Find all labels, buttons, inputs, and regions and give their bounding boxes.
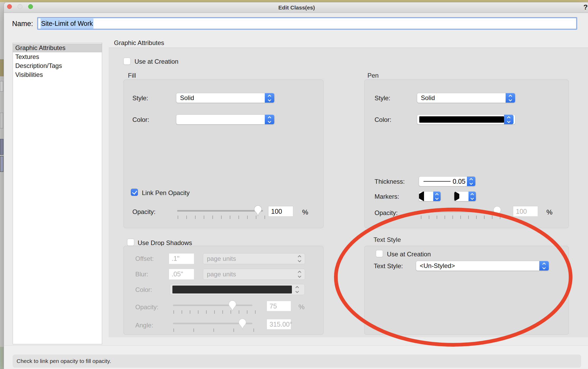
text-style-use-at-creation-checkbox[interactable]: [376, 250, 383, 257]
marker-end-arrow-icon: [454, 194, 469, 199]
pen-opacity-slider-thumb: [493, 206, 501, 217]
shadow-offset-input: .1": [169, 253, 194, 264]
background-tool-palette: [0, 2, 4, 369]
help-icon[interactable]: ?: [584, 4, 588, 12]
palette-fragment: [0, 156, 3, 172]
pen-style-value: Solid: [417, 93, 506, 103]
marker-start-combo[interactable]: [419, 191, 441, 201]
panel-title: Graphic Attributes: [114, 39, 164, 47]
pen-thickness-combo[interactable]: 0.05: [419, 176, 476, 186]
fill-style-value: Solid: [176, 93, 265, 103]
pen-color-popup[interactable]: [417, 114, 515, 124]
fill-opacity-slider-thumb[interactable]: [254, 205, 262, 216]
stepper-icon[interactable]: [265, 93, 274, 103]
name-input[interactable]: Site-Limit of Work: [37, 17, 577, 30]
shadow-opacity-label: Opacity:: [135, 303, 158, 311]
marker-end-combo[interactable]: [454, 191, 476, 201]
fill-group-title: Fill: [128, 72, 136, 79]
stepper-icon[interactable]: [506, 93, 515, 103]
fill-style-popup[interactable]: Solid: [176, 93, 275, 103]
sidebar-item-description-tags[interactable]: Description/Tags: [13, 61, 102, 70]
palette-fragment: [0, 81, 3, 92]
slider-ticks: [421, 216, 500, 219]
shadow-offset-label: Offset:: [135, 255, 154, 262]
shadow-blur-units-popup: page units: [203, 269, 305, 280]
text-style-popup[interactable]: <Un-Styled>: [416, 261, 549, 271]
use-at-creation-label: Use at Creation: [134, 58, 178, 65]
pen-thickness-value: 0.05: [453, 178, 466, 185]
use-at-creation-checkbox[interactable]: [123, 58, 131, 65]
shadow-opacity-slider: [173, 305, 252, 306]
pen-style-popup[interactable]: Solid: [417, 93, 515, 103]
palette-fragment: [0, 347, 4, 369]
pen-color-label: Color:: [375, 116, 391, 123]
pen-opacity-label: Opacity:: [375, 209, 398, 217]
line-thickness-sample: [423, 181, 451, 182]
window-title: Edit Class(es): [4, 2, 588, 13]
shadow-blur-input: .05": [169, 269, 194, 280]
shadow-color-popup: [170, 284, 305, 295]
fill-color-popup[interactable]: [176, 114, 275, 124]
fill-opacity-label: Opacity:: [132, 208, 156, 216]
edit-classes-dialog: Edit Class(es) ? Name: Site-Limit of Wor…: [4, 2, 588, 369]
shadow-color-swatch: [172, 286, 292, 293]
fill-style-label: Style:: [132, 94, 148, 102]
shadow-opacity-percent: %: [298, 303, 305, 311]
pen-opacity-input: 100: [513, 206, 538, 217]
use-drop-shadows-checkbox[interactable]: [127, 239, 134, 246]
pen-group-title: Pen: [367, 72, 379, 79]
category-list[interactable]: Graphic Attributes Textures Description/…: [13, 43, 102, 344]
text-style-label: Text Style:: [374, 262, 403, 270]
palette-fragment: [0, 59, 4, 76]
text-style-group-box: [364, 246, 569, 335]
slider-ticks: [178, 216, 265, 219]
shadow-opacity-slider-thumb: [228, 300, 236, 311]
shadow-blur-label: Blur:: [135, 271, 148, 278]
title-bar[interactable]: Edit Class(es) ?: [4, 2, 588, 13]
palette-fragment: [0, 139, 3, 155]
stepper-icon: [292, 284, 302, 295]
shadow-offset-units-value: page units: [203, 254, 294, 263]
slider-ticks: [173, 310, 256, 314]
sidebar-item-graphic-attributes[interactable]: Graphic Attributes: [13, 43, 102, 52]
stepper-icon: [294, 253, 305, 264]
shadow-angle-slider-thumb: [238, 318, 246, 330]
text-style-group-title: Text Style: [373, 236, 401, 243]
link-pen-opacity-label: Link Pen Opacity: [142, 189, 190, 197]
pen-markers-label: Markers:: [375, 193, 399, 200]
shadow-opacity-input: 75: [267, 301, 291, 311]
selected-text: Site-Limit of Work: [41, 18, 93, 29]
pen-style-label: Style:: [375, 94, 390, 102]
text-style-value: <Un-Styled>: [416, 261, 539, 271]
shadow-angle-input: 315.00°: [267, 319, 291, 330]
fill-opacity-percent: %: [302, 208, 308, 216]
status-hint: Check to link pen opacity to fill opacit…: [13, 355, 581, 368]
fill-color-label: Color:: [132, 116, 149, 123]
shadow-angle-label: Angle:: [135, 322, 153, 329]
fill-opacity-input[interactable]: 100: [268, 206, 293, 217]
link-pen-opacity-checkbox[interactable]: [131, 189, 138, 196]
shadow-blur-units-value: page units: [203, 270, 294, 279]
stepper-icon[interactable]: [539, 261, 549, 271]
shadow-color-label: Color:: [135, 286, 152, 293]
stepper-icon[interactable]: [433, 192, 441, 201]
fill-opacity-slider[interactable]: [177, 210, 263, 212]
sidebar-item-textures[interactable]: Textures: [13, 52, 102, 61]
text-style-use-at-creation-label: Use at Creation: [387, 251, 431, 258]
use-drop-shadows-label: Use Drop Shadows: [138, 239, 192, 247]
pen-thickness-label: Thickness:: [375, 178, 405, 185]
shadow-offset-units-popup: page units: [203, 253, 305, 264]
stepper-icon: [294, 269, 305, 280]
stepper-icon[interactable]: [504, 115, 514, 124]
background-app-strip: [0, 0, 588, 2]
stepper-icon[interactable]: [469, 192, 476, 201]
sidebar-item-visibilities[interactable]: Visibilities: [13, 70, 102, 79]
marker-start-arrow-icon: [419, 194, 433, 199]
palette-fragment: [0, 113, 3, 128]
stepper-icon[interactable]: [467, 177, 475, 186]
stepper-icon[interactable]: [265, 115, 274, 124]
pen-opacity-percent: %: [546, 208, 552, 216]
name-label: Name:: [12, 18, 33, 30]
pen-color-swatch: [419, 116, 504, 123]
pen-opacity-slider: [420, 211, 499, 212]
